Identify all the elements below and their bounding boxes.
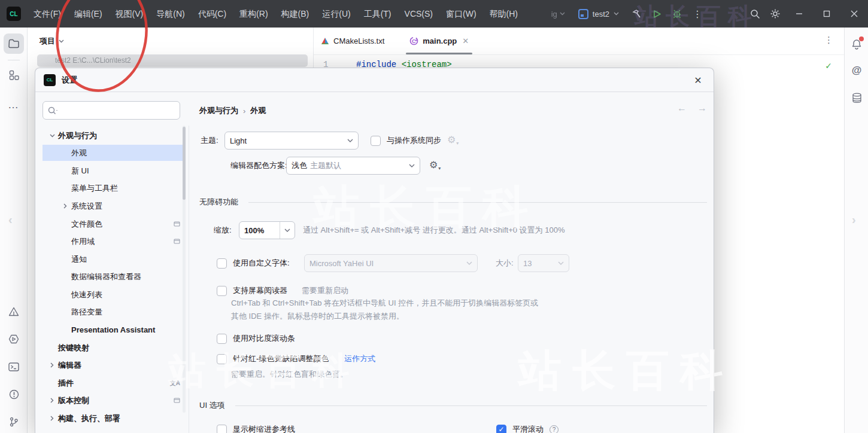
bug-icon — [672, 9, 682, 19]
title-bar: CL 文件(F) 编辑(E) 视图(V) 导航(N) 代码(C) 重构(R) 构… — [0, 0, 868, 28]
services-tool-window-button[interactable] — [4, 329, 24, 349]
more-actions-button[interactable]: ⋮ — [687, 4, 708, 24]
problems-tool-window-button[interactable] — [4, 384, 24, 404]
menu-run[interactable]: 运行(U) — [315, 0, 357, 28]
debug-button[interactable] — [667, 4, 687, 24]
database-button[interactable] — [847, 89, 866, 108]
build-hammer-button[interactable] — [626, 4, 647, 24]
tree-item-presentation-assistant[interactable]: Presentation Assistant — [43, 322, 185, 338]
tree-item-build-execution-deployment[interactable]: 构建、执行、部署 — [43, 410, 185, 426]
tree-item-menus-toolbars[interactable]: 菜单与工具栏 — [43, 180, 185, 196]
tree-scrollbar-thumb[interactable] — [183, 127, 186, 200]
settings-dialog: CL 设置 ✕ 外观与行为 外观 新 UI 菜单与工具栏 系统设置 文件颜色 作… — [35, 68, 714, 433]
chevron-down-icon — [409, 164, 415, 167]
menu-help[interactable]: 帮助(H) — [483, 0, 524, 28]
tree-item-file-colors[interactable]: 文件颜色 — [43, 216, 185, 232]
screen-reader-checkbox[interactable] — [217, 286, 227, 296]
menu-vcs[interactable]: VCS(S) — [398, 0, 439, 28]
sync-os-checkbox[interactable] — [371, 136, 381, 146]
red-green-label: 针对红-绿色觉缺陷调整颜色 — [233, 353, 329, 364]
tab-options-kebab-icon[interactable]: ⋮ — [824, 35, 833, 45]
red-green-checkbox[interactable] — [217, 354, 227, 364]
chevron-right-icon[interactable] — [46, 362, 58, 368]
search-everywhere-button[interactable] — [745, 4, 765, 24]
more-tool-windows-button[interactable]: … — [4, 94, 24, 115]
tree-indent-checkbox[interactable] — [217, 425, 227, 433]
run-configuration-widget[interactable]: test2 — [571, 9, 626, 19]
menu-edit[interactable]: 编辑(E) — [68, 0, 109, 28]
run-button[interactable] — [647, 4, 667, 24]
tree-item-editor[interactable]: 编辑器 — [43, 357, 185, 373]
project-root-row[interactable]: test2 E:\C...\CLion\test2 — [37, 54, 308, 67]
menu-navigate[interactable]: 导航(N) — [150, 0, 191, 28]
vcs-branch-label: ig — [551, 10, 557, 19]
tree-item-quick-lists[interactable]: 快速列表 — [43, 286, 185, 303]
notifications-button[interactable] — [847, 35, 866, 54]
inspections-ok-icon[interactable]: ✓ — [825, 61, 832, 71]
custom-font-checkbox[interactable] — [217, 258, 227, 269]
zoom-select[interactable]: 100% — [239, 221, 295, 239]
tree-item-data-editors[interactable]: 数据编辑器和查看器 — [43, 269, 185, 285]
menu-code[interactable]: 代码(C) — [192, 0, 233, 28]
theme-value: Light — [230, 136, 247, 145]
tree-item-path-variables[interactable]: 路径变量 — [43, 304, 185, 320]
settings-button[interactable] — [765, 4, 785, 24]
scheme-select[interactable]: 浅色 主题默认 — [286, 157, 420, 175]
tab-main-cpp[interactable]: C main.cpp ✕ — [402, 28, 476, 54]
tree-item-new-ui[interactable]: 新 UI — [43, 163, 185, 179]
window-minimize-button[interactable] — [785, 0, 813, 28]
project-tool-window-button[interactable] — [4, 33, 24, 54]
window-maximize-button[interactable] — [813, 0, 840, 28]
smooth-scroll-checkbox[interactable]: ✓ — [496, 425, 506, 433]
tab-close-icon[interactable]: ✕ — [462, 36, 469, 45]
menu-file[interactable]: 文件(F) — [27, 0, 68, 28]
kebab-icon: ⋮ — [693, 8, 702, 20]
git-tool-window-button[interactable] — [4, 411, 24, 432]
tree-item-keymap[interactable]: 按键映射 — [43, 340, 185, 356]
chevron-down-icon[interactable] — [46, 134, 58, 138]
font-size-select[interactable]: 13 — [518, 254, 569, 272]
tree-item-appearance-behavior[interactable]: 外观与行为 — [43, 127, 185, 144]
expand-panel-chevron[interactable]: › — [852, 213, 856, 227]
tree-item-plugins[interactable]: 插件 文A — [43, 375, 185, 391]
window-close-button[interactable] — [840, 0, 868, 28]
menu-build[interactable]: 构建(B) — [275, 0, 316, 28]
structure-tool-window-button[interactable] — [4, 65, 24, 85]
menu-tools[interactable]: 工具(T) — [357, 0, 398, 28]
menu-view[interactable]: 视图(V) — [109, 0, 150, 28]
ai-assistant-button[interactable]: @ — [847, 61, 866, 80]
maximize-icon — [823, 10, 830, 17]
theme-select[interactable]: Light — [224, 132, 359, 150]
collapse-panel-chevron[interactable]: ‹ — [8, 213, 13, 227]
scheme-gear-row: ⚙▾ — [429, 157, 441, 175]
tree-item-system-settings[interactable]: 系统设置 — [43, 198, 185, 214]
tab-cmakelists[interactable]: CMakeLists.txt — [314, 28, 391, 54]
breadcrumb-parent[interactable]: 外观与行为 — [199, 105, 238, 116]
scheme-value: 浅色 — [292, 160, 307, 171]
tree-item-notifications[interactable]: 通知 — [43, 251, 185, 267]
dialog-close-button[interactable]: ✕ — [692, 74, 704, 86]
tree-item-scopes[interactable]: 作用域 — [43, 233, 185, 249]
chevron-down-icon — [59, 39, 64, 43]
tree-item-version-control[interactable]: 版本控制 — [43, 392, 185, 408]
contrast-scrollbar-checkbox[interactable] — [217, 334, 227, 344]
vcs-branch-widget[interactable]: ig — [545, 10, 571, 19]
settings-search-input[interactable] — [43, 101, 180, 120]
custom-font-select[interactable]: Microsoft YaHei UI — [304, 254, 478, 272]
menu-refactor[interactable]: 重构(R) — [233, 0, 274, 28]
cmake-tool-window-button[interactable] — [4, 301, 24, 322]
scheme-gear-icon[interactable]: ⚙▾ — [429, 160, 441, 171]
menu-window[interactable]: 窗口(W) — [439, 0, 483, 28]
how-it-works-link[interactable]: 运作方式 — [344, 353, 375, 364]
tree-item-appearance[interactable]: 外观 — [43, 145, 185, 161]
project-panel-header[interactable]: 项目 — [28, 28, 313, 47]
accessibility-section-title: 无障碍功能 — [199, 196, 238, 208]
sync-os-gear-icon[interactable]: ⚙▾ — [447, 135, 459, 146]
chevron-right-icon[interactable] — [46, 398, 58, 403]
chevron-right-icon[interactable] — [59, 203, 71, 209]
chevron-right-icon[interactable] — [46, 416, 58, 421]
help-icon[interactable]: ? — [550, 425, 559, 433]
nav-back-button[interactable]: ← — [677, 103, 687, 114]
nav-forward-button[interactable]: → — [697, 103, 707, 114]
terminal-tool-window-button[interactable] — [4, 356, 24, 377]
